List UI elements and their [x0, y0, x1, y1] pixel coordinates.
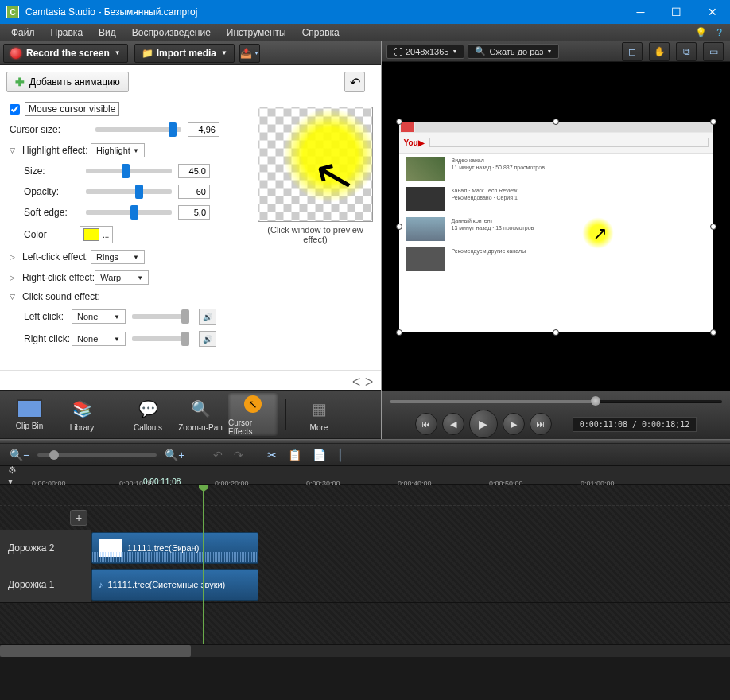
play-button[interactable]: ▶	[469, 410, 498, 438]
cut-button[interactable]: ✂	[264, 447, 280, 463]
collapse-icon[interactable]: ▽	[10, 293, 19, 301]
video-frame: You▶ Видео канал11 минут назад · 50 837 …	[399, 122, 713, 332]
scroll-right-icon[interactable]: ᐳ	[365, 375, 373, 388]
next-clip-button[interactable]: ⏭	[530, 413, 552, 435]
resize-handle[interactable]	[553, 329, 559, 336]
split-button[interactable]: ⎮	[334, 447, 346, 463]
color-picker[interactable]: ...	[80, 226, 113, 243]
expand-icon[interactable]: ▷	[10, 253, 19, 261]
soft-edge-slider[interactable]	[86, 210, 172, 215]
menu-view[interactable]: Вид	[91, 25, 124, 41]
add-animation-label: Добавить анимацию	[29, 76, 120, 88]
tab-callouts[interactable]: 💬 Callouts	[123, 393, 173, 436]
zoom-out-icon[interactable]: 🔍−	[6, 447, 33, 463]
resize-handle[interactable]	[396, 329, 402, 336]
left-click-effect-dropdown[interactable]: Rings▼	[91, 250, 145, 264]
library-icon: 📚	[71, 398, 93, 420]
redo-button[interactable]: ↷	[231, 447, 247, 463]
callouts-icon: 💬	[137, 398, 159, 420]
zoom-in-icon[interactable]: 🔍+	[161, 447, 188, 463]
right-click-volume-slider[interactable]	[132, 336, 188, 341]
cursor-size-value[interactable]	[188, 122, 219, 137]
maximize-button[interactable]: ☐	[658, 0, 694, 24]
color-swatch	[83, 228, 99, 241]
prev-clip-button[interactable]: ⏮	[415, 413, 437, 435]
lightbulb-icon[interactable]: 💡	[695, 27, 707, 38]
cursor-preview[interactable]: ↖	[258, 107, 373, 222]
crop-button[interactable]: ◻	[622, 42, 643, 61]
resize-handle[interactable]	[710, 224, 716, 230]
timeline-options-button[interactable]: ⚙ ▾	[0, 465, 32, 487]
produce-share-button[interactable]: 📤▼	[239, 44, 260, 63]
timeline-scrollbar[interactable]	[0, 644, 730, 657]
scrub-bar[interactable]	[390, 395, 722, 409]
size-slider[interactable]	[86, 169, 172, 173]
menu-file[interactable]: Файл	[3, 25, 43, 41]
record-screen-button[interactable]: Record the screen ▼	[3, 44, 128, 63]
add-animation-button[interactable]: ✚ Добавить анимацию	[6, 72, 129, 92]
copy-button[interactable]: 📋	[285, 447, 305, 463]
track-1-header[interactable]: Дорожка 1	[0, 566, 91, 602]
record-label: Record the screen	[26, 48, 110, 59]
right-click-sound-dropdown[interactable]: None▼	[72, 332, 126, 346]
scroll-left-icon[interactable]: ᐸ	[352, 375, 360, 388]
scrub-thumb[interactable]	[591, 396, 600, 406]
preview-canvas[interactable]: You▶ Видео канал11 минут назад · 50 837 …	[382, 62, 730, 391]
playhead[interactable]	[203, 485, 204, 644]
size-value[interactable]	[178, 164, 210, 178]
record-icon	[10, 48, 21, 59]
waveform	[92, 552, 258, 562]
menu-tools[interactable]: Инструменты	[219, 25, 294, 41]
highlight-effect-dropdown[interactable]: Highlight▼	[91, 143, 145, 158]
timeline-ruler[interactable]: ⚙ ▾ 0:00:00;00 0:00:10;00 0:00:11;08 0:0…	[0, 466, 730, 485]
add-track-button[interactable]: +	[70, 510, 87, 526]
help-icon[interactable]: ?	[716, 27, 722, 38]
cursor-highlight	[582, 217, 614, 249]
close-button[interactable]: ✕	[694, 0, 730, 24]
step-back-button[interactable]: ◀	[442, 413, 464, 435]
pan-button[interactable]: ✋	[649, 42, 670, 61]
shrink-to-fit-dropdown[interactable]: 🔍Сжать до раз▼	[468, 44, 559, 59]
tab-cursor-effects[interactable]: ↖ Cursor Effects	[228, 393, 278, 436]
canvas-dimensions[interactable]: ⛶2048x1365▼	[386, 45, 464, 59]
resize-handle[interactable]	[396, 224, 402, 230]
left-click-sound-dropdown[interactable]: None▼	[72, 309, 126, 324]
menu-help[interactable]: Справка	[294, 25, 348, 41]
tab-more[interactable]: ▦ More	[294, 393, 344, 436]
track-2-header[interactable]: Дорожка 2	[0, 530, 91, 566]
menu-playback[interactable]: Воспроизведение	[124, 25, 219, 41]
clip-audio[interactable]: ♪ 11111.trec(Системные звуки)	[91, 569, 258, 601]
detach-canvas-button[interactable]: ⧉	[676, 42, 697, 61]
left-click-preview-button[interactable]: 🔊	[199, 309, 216, 325]
scrollbar-thumb[interactable]	[0, 645, 191, 657]
clip-label: 11111.trec(Системные звуки)	[108, 580, 226, 589]
reset-button[interactable]: ↶	[344, 72, 365, 92]
tab-clip-bin[interactable]: Clip Bin	[5, 393, 54, 436]
right-click-effect-dropdown[interactable]: Warp▼	[95, 270, 149, 285]
right-click-preview-button[interactable]: 🔊	[199, 331, 216, 347]
resize-handle[interactable]	[553, 119, 559, 125]
import-media-button[interactable]: 📁 Import media ▼	[134, 44, 235, 63]
clip-video[interactable]: 11111.trec(Экран)	[91, 532, 258, 564]
opacity-value[interactable]	[178, 185, 210, 199]
resize-handle[interactable]	[710, 119, 716, 125]
collapse-icon[interactable]: ▽	[10, 146, 19, 154]
minimize-button[interactable]: ─	[623, 0, 658, 24]
cursor-size-slider[interactable]	[95, 127, 181, 132]
mouse-cursor-visible-checkbox[interactable]	[10, 104, 20, 115]
menu-edit[interactable]: Правка	[43, 25, 91, 41]
zoom-slider[interactable]	[37, 453, 157, 457]
resize-handle[interactable]	[396, 119, 402, 125]
step-forward-button[interactable]: ▶	[503, 413, 525, 435]
resize-handle[interactable]	[710, 329, 716, 336]
undo-button[interactable]: ↶	[210, 447, 226, 463]
expand-icon[interactable]: ▷	[10, 274, 19, 282]
fullscreen-button[interactable]: ▭	[703, 42, 724, 61]
soft-edge-value[interactable]	[178, 205, 210, 220]
opacity-slider[interactable]	[86, 189, 172, 194]
left-click-volume-slider[interactable]	[132, 314, 188, 319]
speaker-icon: 🔊	[203, 313, 212, 321]
tab-zoom-n-pan[interactable]: 🔍 Zoom-n-Pan	[176, 393, 225, 436]
tab-library[interactable]: 📚 Library	[57, 393, 107, 436]
paste-button[interactable]: 📄	[309, 447, 329, 463]
